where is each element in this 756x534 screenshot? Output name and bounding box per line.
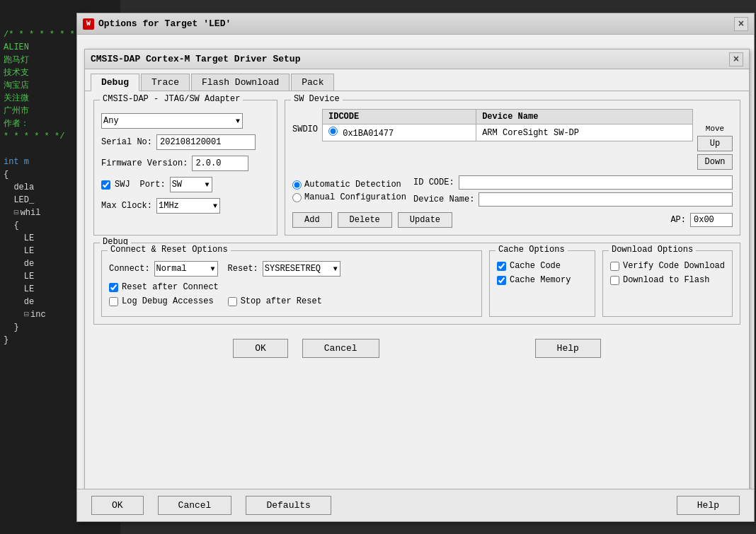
tab-trace[interactable]: Trace (141, 74, 190, 91)
inner-dialog-buttons: OK Cancel Help (93, 332, 740, 365)
automatic-detection-radio[interactable] (292, 180, 302, 190)
ap-label: AP: (670, 215, 686, 225)
automatic-detection-label: Automatic Detection (304, 180, 401, 190)
cache-options-box: Cache Options Cache Code Cache Memory (489, 250, 595, 317)
verify-code-row: Verify Code Download (610, 261, 725, 271)
connect-select-wrapper[interactable]: Normal with Pre-reset Under Reset ▼ (154, 261, 218, 277)
max-clock-row: Max Clock: 1MHz 2MHz 5MHz 10MHz ▼ (101, 198, 270, 214)
id-code-input[interactable] (459, 175, 733, 190)
inner-dialog-titlebar: CMSIS-DAP Cortex-M Target Driver Setup × (85, 50, 749, 69)
ap-input[interactable] (690, 213, 733, 227)
stop-after-reset-checkbox[interactable] (228, 297, 237, 306)
move-buttons: Move Up Down (697, 109, 733, 170)
serial-no-label: Serial No: (101, 137, 152, 147)
col-device-name: Device Name (476, 110, 693, 124)
add-button[interactable]: Add (292, 212, 332, 228)
reset-after-connect-label: Reset after Connect (122, 282, 219, 292)
cache-code-row: Cache Code (497, 261, 588, 271)
inner-dialog-close[interactable]: × (729, 52, 743, 66)
action-btns: Add Delete Update AP: (292, 212, 733, 228)
update-button[interactable]: Update (398, 212, 452, 228)
max-clock-select[interactable]: 1MHz 2MHz 5MHz 10MHz (156, 198, 220, 214)
outer-dialog-close[interactable]: × (734, 17, 748, 31)
log-debug-row: Log Debug Accesses (109, 296, 214, 306)
device-name-label: Device Name: (413, 195, 474, 204)
tab-pack[interactable]: Pack (291, 74, 334, 91)
swj-label: SWJ (115, 180, 130, 190)
firmware-input[interactable] (192, 156, 248, 171)
port-select-wrapper[interactable]: SW JTAG ▼ (170, 177, 212, 192)
log-stop-row: Log Debug Accesses Stop after Reset (109, 296, 474, 310)
connect-reset-label: Connect & Reset Options (108, 245, 231, 255)
manual-config-row: Manual Configuration (292, 192, 406, 202)
download-to-flash-checkbox[interactable] (610, 276, 619, 285)
manual-config-label: Manual Configuration (304, 192, 406, 202)
id-code-item: ID CODE: (413, 175, 733, 190)
cell-device-name: ARM CoreSight SW-DP (476, 124, 693, 141)
connect-row: Connect: Normal with Pre-reset Under Res… (109, 261, 474, 277)
debug-row: Connect & Reset Options Connect: Normal … (101, 250, 733, 317)
firmware-label: Firmware Version: (101, 158, 188, 168)
dialog-icon: W (83, 18, 94, 30)
adapter-select-wrapper[interactable]: Any CMSIS-DAP ST-Link ▼ (101, 113, 243, 129)
sw-device-group-label: SW Device (291, 94, 343, 104)
reset-after-connect-checkbox[interactable] (109, 283, 118, 292)
download-to-flash-row: Download to Flash (610, 275, 725, 285)
down-button[interactable]: Down (697, 154, 733, 170)
tab-flash-download[interactable]: Flash Download (191, 74, 290, 91)
log-debug-checkbox[interactable] (109, 297, 118, 306)
cache-code-checkbox[interactable] (497, 262, 506, 271)
download-to-flash-label: Download to Flash (623, 275, 709, 285)
outer-defaults-button[interactable]: Defaults (246, 496, 331, 515)
connect-label: Connect: (109, 264, 150, 274)
reset-after-connect-row: Reset after Connect (109, 282, 474, 292)
device-name-item: Device Name: (413, 192, 733, 207)
sw-device-group: SW Device SWDIO IDCODE Device Name (285, 100, 740, 236)
inner-dialog-title: CMSIS-DAP Cortex-M Target Driver Setup (91, 54, 300, 64)
port-select[interactable]: SW JTAG (170, 177, 212, 192)
device-name-input[interactable] (479, 192, 733, 207)
serial-no-input[interactable] (156, 134, 256, 150)
cache-memory-checkbox[interactable] (497, 276, 506, 285)
verify-code-checkbox[interactable] (610, 262, 619, 271)
help-button[interactable]: Help (535, 339, 601, 358)
delete-button[interactable]: Delete (338, 212, 392, 228)
dialog-content: CMSIS-DAP - JTAG/SW Adapter Any CMSIS-DA… (85, 91, 749, 373)
connect-select[interactable]: Normal with Pre-reset Under Reset (154, 261, 218, 277)
detection-radio-group: Automatic Detection Manual Configuration (292, 180, 406, 202)
col-idcode: IDCODE (323, 110, 476, 124)
cache-memory-label: Cache Memory (510, 275, 571, 285)
ok-button[interactable]: OK (233, 339, 288, 358)
download-options-box: Download Options Verify Code Download Do… (602, 250, 733, 317)
automatic-detection-row: Automatic Detection (292, 180, 406, 190)
log-debug-label: Log Debug Accesses (122, 296, 214, 306)
stop-after-reset-label: Stop after Reset (241, 296, 322, 306)
swdio-label: SWDIO (292, 109, 318, 170)
stop-after-reset-row: Stop after Reset (228, 296, 322, 306)
cancel-button[interactable]: Cancel (302, 339, 379, 358)
reset-select-wrapper[interactable]: SYSRESETREQ VECTRESET Software ▼ (263, 261, 340, 277)
debug-section: Debug Connect & Reset Options Connect: N… (93, 243, 740, 325)
adapter-row: Any CMSIS-DAP ST-Link ▼ (101, 113, 270, 129)
manual-config-radio[interactable] (292, 193, 302, 202)
max-clock-select-wrapper[interactable]: 1MHz 2MHz 5MHz 10MHz ▼ (156, 198, 220, 214)
up-button[interactable]: Up (697, 136, 733, 151)
tabs-container: Debug Trace Flash Download Pack (85, 69, 749, 91)
table-row[interactable]: 0x1BA01477 ARM CoreSight SW-DP (323, 124, 693, 141)
outer-ok-button[interactable]: OK (91, 496, 144, 515)
firmware-row: Firmware Version: (101, 156, 270, 171)
ap-row: AP: (670, 213, 733, 227)
adapter-group: CMSIS-DAP - JTAG/SW Adapter Any CMSIS-DA… (93, 100, 277, 236)
outer-help-button[interactable]: Help (677, 496, 740, 515)
outer-dialog-titlebar: W Options for Target 'LED' × (77, 13, 754, 35)
reset-select[interactable]: SYSRESETREQ VECTRESET Software (263, 261, 340, 277)
row-radio[interactable] (328, 127, 338, 136)
outer-cancel-button[interactable]: Cancel (158, 496, 232, 515)
cell-idcode: 0x1BA01477 (323, 124, 476, 141)
detection-row: Automatic Detection Manual Configuration… (292, 175, 733, 207)
swj-checkbox[interactable] (101, 180, 110, 190)
adapter-select[interactable]: Any CMSIS-DAP ST-Link (101, 113, 243, 129)
serial-no-row: Serial No: (101, 134, 270, 150)
top-row: CMSIS-DAP - JTAG/SW Adapter Any CMSIS-DA… (93, 100, 740, 236)
tab-debug[interactable]: Debug (91, 74, 139, 91)
